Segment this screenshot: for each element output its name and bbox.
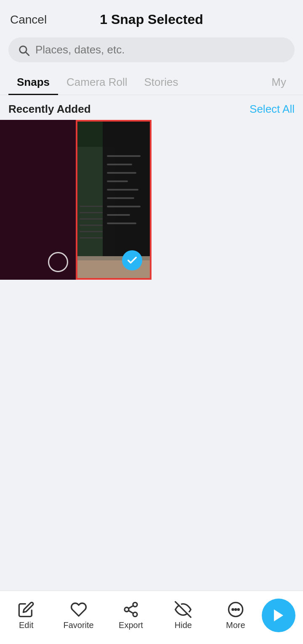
tab-camera-roll[interactable]: Camera Roll	[58, 69, 136, 95]
svg-marker-32	[274, 610, 283, 622]
photo-grid	[0, 120, 303, 280]
bottom-toolbar: Edit Favorite Export Hide	[0, 591, 303, 644]
tab-my[interactable]: My	[263, 69, 295, 95]
svg-point-29	[232, 609, 233, 610]
search-bar[interactable]	[8, 37, 295, 62]
toolbar-spacer	[0, 280, 303, 334]
svg-rect-7	[107, 172, 136, 174]
svg-rect-12	[107, 214, 130, 216]
svg-rect-5	[107, 155, 141, 157]
select-all-button[interactable]: Select All	[250, 103, 295, 116]
tab-snaps[interactable]: Snaps	[8, 69, 58, 95]
svg-rect-13	[107, 223, 136, 224]
svg-rect-10	[107, 197, 134, 199]
svg-rect-6	[107, 164, 132, 165]
svg-line-1	[26, 52, 29, 55]
more-label: More	[226, 620, 245, 630]
send-button[interactable]	[262, 599, 295, 632]
svg-rect-19	[80, 237, 103, 239]
toolbar-export[interactable]: Export	[105, 601, 157, 630]
toolbar-edit[interactable]: Edit	[0, 601, 52, 630]
selection-circle-1	[48, 252, 68, 272]
section-header: Recently Added Select All	[0, 95, 303, 120]
svg-point-30	[235, 609, 236, 610]
section-label: Recently Added	[8, 103, 91, 116]
cancel-button[interactable]: Cancel	[10, 13, 47, 27]
svg-point-31	[238, 609, 239, 610]
edit-label: Edit	[19, 620, 33, 630]
svg-rect-17	[80, 225, 103, 226]
check-circle-2	[122, 250, 142, 270]
tabs-bar: Snaps Camera Roll Stories My	[0, 69, 303, 95]
svg-point-0	[20, 46, 27, 53]
send-icon	[271, 607, 287, 623]
svg-rect-18	[80, 231, 103, 232]
svg-line-26	[128, 605, 133, 608]
hide-label: Hide	[175, 620, 192, 630]
photo-item-2[interactable]	[76, 120, 152, 280]
photo-item-1[interactable]	[0, 120, 76, 280]
toolbar-hide[interactable]: Hide	[157, 601, 209, 630]
svg-rect-15	[80, 212, 103, 213]
more-icon	[227, 601, 244, 618]
search-bar-container	[0, 33, 303, 69]
toolbar-favorite[interactable]: Favorite	[52, 601, 104, 630]
header: Cancel 1 Snap Selected	[0, 0, 303, 33]
checkmark-icon	[126, 254, 138, 266]
svg-rect-8	[107, 180, 128, 182]
hide-icon	[175, 601, 191, 618]
svg-rect-14	[80, 206, 103, 207]
export-icon	[122, 601, 139, 618]
search-input[interactable]	[35, 43, 285, 56]
edit-icon	[18, 601, 35, 618]
svg-line-25	[128, 610, 133, 613]
tab-stories[interactable]: Stories	[136, 69, 187, 95]
svg-rect-9	[107, 189, 138, 191]
search-icon	[18, 44, 29, 56]
page-title: 1 Snap Selected	[100, 12, 203, 27]
favorite-icon	[70, 601, 87, 618]
export-label: Export	[119, 620, 143, 630]
favorite-label: Favorite	[63, 620, 93, 630]
svg-rect-16	[80, 218, 103, 220]
svg-rect-11	[107, 206, 141, 207]
toolbar-more[interactable]: More	[210, 601, 262, 630]
